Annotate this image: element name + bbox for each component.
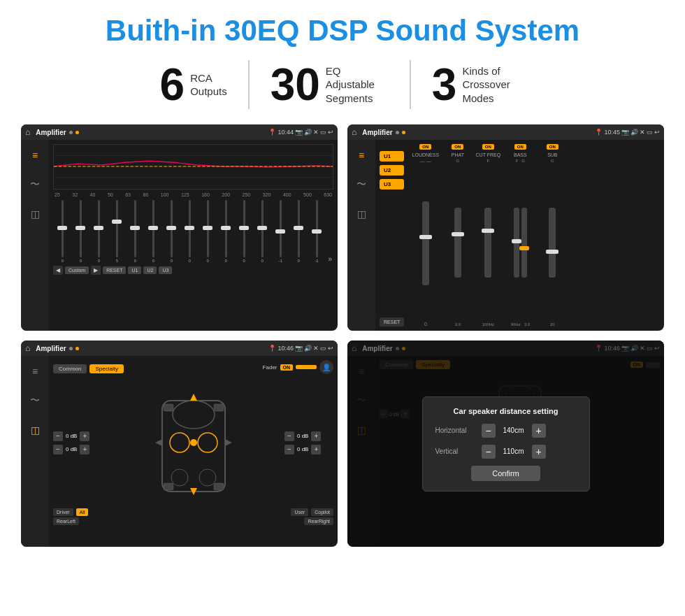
svg-rect-12 [214, 404, 224, 411]
eq-u2-btn[interactable]: U2 [143, 266, 157, 274]
horizontal-minus-btn[interactable]: − [482, 424, 496, 438]
horizontal-label: Horizontal [435, 427, 477, 434]
eq-u1-btn[interactable]: U1 [128, 266, 141, 274]
vol-rl-minus[interactable]: − [53, 445, 63, 454]
eq-slider-1[interactable]: 0 [73, 200, 89, 263]
user-btn[interactable]: User [291, 508, 308, 516]
speaker-sidebar-eq-icon[interactable]: ≡ [25, 361, 45, 381]
vertical-label: Vertical [435, 447, 477, 455]
rearleft-btn[interactable]: RearLeft [53, 517, 79, 525]
crossover-u1-btn[interactable]: U1 [380, 151, 404, 162]
crossover-reset-btn[interactable]: RESET [380, 317, 404, 327]
svg-marker-15 [190, 394, 197, 401]
eq-sidebar-speaker-icon[interactable]: ◫ [25, 204, 45, 224]
phat-on[interactable]: ON [452, 144, 463, 150]
crossover-camera-icon: 📷 [621, 129, 629, 136]
eq-slider-8[interactable]: 0 [200, 200, 216, 263]
eq-camera-icon: 📷 [295, 129, 303, 136]
horizontal-plus-btn[interactable]: + [532, 424, 546, 438]
eq-screen: ⌂ Amplifier 📍 10:44 📷 🔊 ✕ ▭ ↩ ≡ 〜 [21, 124, 338, 331]
vol-fl-minus[interactable]: − [53, 431, 63, 441]
copilot-btn[interactable]: Copilot [311, 508, 333, 516]
eq-slider-2[interactable]: 0 [91, 200, 107, 263]
crossover-screen: ⌂ Amplifier 📍 10:45 📷 🔊 ✕ ▭ ↩ ≡ 〜 [347, 124, 664, 331]
eq-u3-btn[interactable]: U3 [159, 266, 172, 274]
crossover-status-icons: 📍 10:45 📷 🔊 ✕ ▭ ↩ [595, 129, 660, 136]
speaker-sidebar-wave-icon[interactable]: 〜 [25, 391, 45, 410]
eq-slider-10[interactable]: 0 [236, 200, 252, 263]
svg-point-6 [170, 433, 189, 452]
eq-slider-14[interactable]: -1 [309, 200, 325, 263]
vertical-plus-btn[interactable]: + [532, 445, 546, 459]
stat-eq: 30 EQ AdjustableSegments [250, 62, 410, 107]
vol-rl-plus[interactable]: + [80, 445, 89, 454]
eq-sidebar-wave-icon[interactable]: 〜 [25, 175, 45, 194]
eq-back-icon: ↩ [328, 129, 333, 136]
eq-slider-5[interactable]: 0 [145, 200, 161, 263]
speaker-common-tab[interactable]: Common [53, 364, 87, 373]
svg-point-8 [171, 469, 188, 486]
eq-status-icons: 📍 10:44 📷 🔊 ✕ ▭ ↩ [268, 129, 333, 136]
eq-slider-12[interactable]: -1 [273, 200, 289, 263]
eq-main-area: 2532 4050 6380 100125 160200 250320 4005… [49, 140, 338, 331]
driver-btn[interactable]: Driver [53, 508, 73, 516]
vol-rl: − 0 dB + [53, 445, 102, 454]
crossover-dot2 [402, 131, 405, 134]
speaker-sidebar-speaker-icon[interactable]: ◫ [25, 420, 45, 440]
sub-on[interactable]: ON [547, 144, 558, 150]
eq-custom-btn[interactable]: Custom [65, 266, 89, 274]
crossover-dot1 [396, 131, 399, 134]
speaker-status-bar: ⌂ Amplifier 📍 10:46 📷 🔊 ✕ ▭ ↩ [21, 341, 338, 356]
cutfreq-on[interactable]: ON [482, 144, 494, 150]
speaker-back-icon: ↩ [328, 345, 333, 352]
loudness-on[interactable]: ON [419, 144, 431, 150]
crossover-sidebar-wave-icon[interactable]: 〜 [352, 175, 371, 194]
stat-crossover: 3 Kinds ofCrossover Modes [411, 62, 547, 107]
speaker-specialty-tab[interactable]: Specialty [89, 364, 123, 373]
bass-on[interactable]: ON [514, 144, 526, 150]
svg-point-9 [199, 469, 216, 486]
vol-fr-plus[interactable]: + [311, 431, 321, 441]
svg-point-10 [190, 439, 197, 446]
vol-rr-minus[interactable]: − [284, 445, 294, 454]
speaker-bottom-buttons: Driver All User Copilot [53, 508, 333, 516]
vol-fl-plus[interactable]: + [80, 431, 89, 441]
eq-slider-0[interactable]: 0 [55, 200, 71, 263]
crossover-back-icon: ↩ [654, 129, 660, 136]
svg-marker-17 [155, 439, 162, 446]
stat-crossover-number: 3 [432, 62, 457, 107]
vol-fr-minus[interactable]: − [284, 431, 294, 441]
crossover-time: 10:45 [604, 129, 620, 136]
eq-slider-4[interactable]: 0 [127, 200, 143, 263]
eq-dot1 [69, 131, 73, 134]
screenshots-grid: ⌂ Amplifier 📍 10:44 📷 🔊 ✕ ▭ ↩ ≡ 〜 [21, 124, 664, 547]
eq-play-btn[interactable]: ▶ [91, 266, 101, 275]
crossover-u3-btn[interactable]: U3 [380, 179, 404, 189]
speaker-bottom-buttons-2: RearLeft RearRight [53, 517, 333, 525]
eq-slider-6[interactable]: 0 [164, 200, 180, 263]
eq-slider-7[interactable]: 0 [182, 200, 198, 263]
crossover-location-icon: 📍 [595, 129, 603, 136]
vertical-minus-btn[interactable]: − [482, 445, 496, 459]
crossover-u2-btn[interactable]: U2 [380, 165, 404, 176]
eq-sidebar-eq-icon[interactable]: ≡ [25, 145, 45, 165]
eq-prev-btn[interactable]: ◀ [53, 266, 63, 275]
distance-screen: ⌂ Amplifier 📍 10:46 📷 🔊 ✕ ▭ ↩ ≡ 〜 [347, 341, 664, 547]
eq-slider-11[interactable]: 0 [254, 200, 271, 263]
eq-slider-13[interactable]: 0 [291, 200, 307, 263]
crossover-main: U1 U2 U3 RESET ON L [375, 140, 664, 331]
vol-rr-plus[interactable]: + [311, 445, 321, 454]
eq-slider-3[interactable]: 5 [109, 200, 125, 263]
all-btn[interactable]: All [76, 508, 89, 516]
eq-reset-btn[interactable]: RESET [103, 266, 126, 274]
speaker-home-icon: ⌂ [25, 343, 30, 353]
crossover-sidebar-speaker-icon[interactable]: ◫ [352, 204, 371, 224]
crossover-screen-content: ≡ 〜 ◫ U1 U2 U3 RESET [347, 140, 664, 331]
rearright-btn[interactable]: RearRight [304, 517, 333, 525]
svg-rect-11 [164, 404, 173, 411]
distance-dialog-overlay: Car speaker distance setting Horizontal … [347, 341, 664, 547]
confirm-button[interactable]: Confirm [471, 466, 540, 481]
crossover-sidebar-eq-icon[interactable]: ≡ [352, 145, 371, 165]
eq-slider-9[interactable]: 0 [218, 200, 234, 263]
stat-eq-number: 30 [271, 62, 320, 107]
